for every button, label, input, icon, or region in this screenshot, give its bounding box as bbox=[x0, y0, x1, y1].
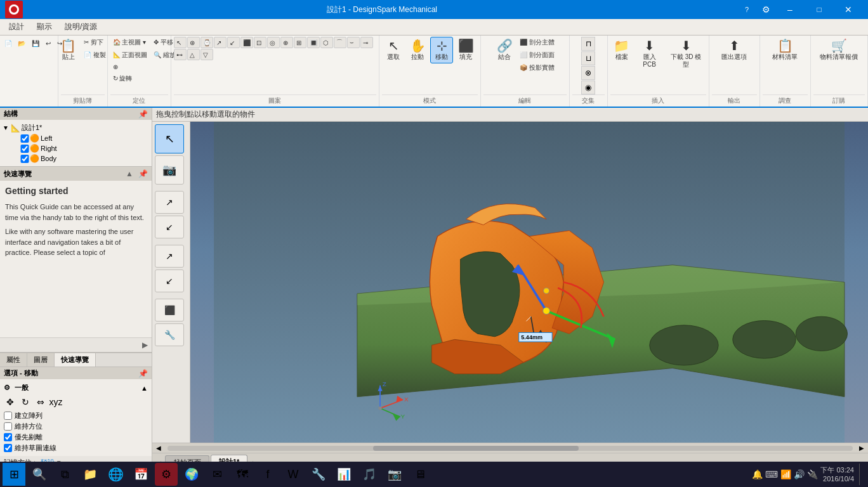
tree-item-left[interactable]: 🟠 Left bbox=[13, 133, 149, 143]
undo-btn[interactable]: ↩ bbox=[43, 39, 53, 48]
pattern-10[interactable]: ⊞ bbox=[294, 37, 306, 48]
section-collapse-icon[interactable]: ⚙ bbox=[4, 384, 10, 391]
combine-btn[interactable]: 🔗 結合 bbox=[493, 37, 516, 63]
tool-arrow-right[interactable]: ↗ bbox=[155, 245, 184, 268]
calendar-btn[interactable]: 📅 bbox=[129, 463, 152, 486]
pin-guide-icon[interactable]: 📌 bbox=[138, 169, 148, 178]
pattern-5[interactable]: ↙ bbox=[227, 37, 240, 48]
tool-wrench[interactable]: 🔧 bbox=[155, 323, 184, 346]
zoom-fit-btn[interactable]: ⊕ bbox=[110, 62, 121, 72]
pattern-17[interactable]: △ bbox=[187, 49, 200, 60]
checkbox-orientation-input[interactable] bbox=[4, 422, 12, 431]
help-icon[interactable]: ? bbox=[737, 0, 756, 19]
pattern-8[interactable]: ◎ bbox=[267, 37, 280, 48]
scroll-right-btn[interactable]: ▶ bbox=[855, 445, 868, 451]
3d-canvas[interactable]: 5.44mm Z X bbox=[190, 122, 868, 443]
extra-btn2[interactable]: 📊 bbox=[332, 463, 355, 486]
opt-icon-4[interactable]: xyz bbox=[49, 396, 62, 408]
taskbar-notification-icon[interactable]: 🔔 bbox=[752, 469, 763, 479]
pattern-16[interactable]: ⊷ bbox=[174, 49, 187, 60]
split-face-btn[interactable]: ⬜ 剖分面面 bbox=[517, 49, 557, 61]
intersect-4[interactable]: ◉ bbox=[581, 81, 595, 94]
show-desktop-btn[interactable] bbox=[859, 464, 863, 485]
rotate-btn[interactable]: ↻ 旋轉 bbox=[110, 73, 135, 84]
move-mode-btn[interactable]: ⊹ 移動 bbox=[430, 37, 453, 63]
import-pcb-btn[interactable]: ⬇ 匯入PCB bbox=[635, 37, 664, 71]
pin-options-icon[interactable]: 📌 bbox=[138, 369, 148, 378]
split-body-btn[interactable]: ⬛ 剖分主體 bbox=[517, 37, 557, 48]
checkbox-orientation[interactable]: 維持方位 bbox=[4, 421, 148, 432]
home-view-btn[interactable]: 🏠 主視圖 ▾ bbox=[110, 37, 149, 48]
camera-tool-btn[interactable]: 📷 bbox=[155, 155, 184, 185]
scrollbar-thumb[interactable] bbox=[373, 446, 579, 451]
checkbox-sketch-input[interactable] bbox=[4, 444, 12, 452]
download-3d-btn[interactable]: ⬇ 下載 3D 模型 bbox=[666, 37, 706, 71]
scroll-up-icon[interactable]: ▲ bbox=[123, 168, 136, 179]
fill-mode-btn[interactable]: ⬛ 填充 bbox=[454, 37, 477, 63]
pattern-13[interactable]: ⌒ bbox=[334, 37, 346, 48]
minimize-button[interactable]: – bbox=[775, 0, 805, 19]
pattern-6[interactable]: ⬛ bbox=[240, 37, 253, 48]
power-icon[interactable]: 🔌 bbox=[807, 469, 818, 479]
save-btn[interactable]: 💾 bbox=[29, 39, 42, 48]
settings-icon[interactable]: ⚙ bbox=[756, 0, 775, 19]
pattern-1[interactable]: ↖ bbox=[174, 37, 187, 48]
tab-properties[interactable]: 屬性 bbox=[0, 353, 27, 367]
pull-mode-btn[interactable]: ✋ 拉動 bbox=[406, 37, 429, 63]
fb-btn[interactable]: f bbox=[256, 463, 279, 486]
open-btn[interactable]: 📂 bbox=[15, 39, 28, 48]
h-scrollbar[interactable]: ◀ ▶ bbox=[152, 443, 868, 453]
copy-btn[interactable]: 📄 複製 bbox=[81, 49, 109, 61]
extra-btn[interactable]: 🔧 bbox=[307, 463, 330, 486]
mail-btn[interactable]: ✉ bbox=[206, 463, 228, 486]
search-taskbar-btn[interactable]: 🔍 bbox=[28, 463, 51, 486]
extra-btn5[interactable]: 🖥 bbox=[409, 463, 431, 486]
tab-quick-guide[interactable]: 快速導覽 bbox=[55, 353, 96, 367]
section-toggle-icon[interactable]: ▲ bbox=[141, 384, 148, 392]
pattern-11[interactable]: 🔳 bbox=[307, 37, 320, 48]
tree-item-body[interactable]: 🟠 Body bbox=[13, 153, 149, 164]
maps-btn[interactable]: 🗺 bbox=[231, 463, 254, 486]
scroll-left-btn[interactable]: ◀ bbox=[152, 445, 165, 451]
word-btn[interactable]: W bbox=[282, 463, 305, 486]
volume-icon[interactable]: 🔊 bbox=[794, 469, 805, 479]
designspark-taskbar-btn[interactable]: ⚙ bbox=[155, 463, 178, 486]
checkbox-array[interactable]: 建立陣列 bbox=[4, 410, 148, 421]
pattern-2[interactable]: ⊛ bbox=[187, 37, 200, 48]
pin-icon[interactable]: 📌 bbox=[138, 110, 148, 119]
project-solid-btn[interactable]: 📦 投影實體 bbox=[517, 62, 557, 74]
opt-icon-3[interactable]: ⇔ bbox=[34, 396, 47, 408]
tool-arrow-left[interactable]: ↙ bbox=[155, 269, 184, 292]
scrollbar-track[interactable] bbox=[168, 446, 853, 451]
pattern-12[interactable]: ⬡ bbox=[320, 37, 333, 48]
menu-design[interactable]: 設計 bbox=[3, 20, 30, 34]
quote-btn[interactable]: 🛒 物料清單報價 bbox=[817, 37, 861, 63]
pattern-3[interactable]: ⌚ bbox=[201, 37, 213, 48]
paste-btn[interactable]: 📋 貼上 bbox=[57, 37, 80, 63]
pattern-18[interactable]: ▽ bbox=[201, 49, 213, 60]
select-tool-btn[interactable]: ↖ bbox=[155, 124, 184, 153]
opt-icon-1[interactable]: ✥ bbox=[4, 396, 16, 408]
pattern-15[interactable]: ⊸ bbox=[360, 37, 373, 48]
tool-solid[interactable]: ⬛ bbox=[155, 299, 184, 321]
tree-check-left[interactable] bbox=[20, 134, 29, 143]
network-icon[interactable]: 📶 bbox=[780, 469, 791, 479]
checkbox-array-input[interactable] bbox=[4, 412, 12, 420]
chrome-btn[interactable]: 🌐 bbox=[104, 463, 127, 486]
maximize-button[interactable]: □ bbox=[805, 0, 834, 19]
file-explorer-btn[interactable]: 📁 bbox=[79, 463, 102, 486]
checkbox-priority-input[interactable] bbox=[4, 433, 12, 441]
tree-item-design1[interactable]: ▼ 📐 設計1* bbox=[3, 122, 149, 133]
intersect-3[interactable]: ⊗ bbox=[581, 66, 595, 80]
pattern-14[interactable]: ⌣ bbox=[347, 37, 360, 48]
scroll-down-icon[interactable]: ▶ bbox=[140, 339, 150, 351]
tree-check-right[interactable] bbox=[20, 145, 29, 153]
keyboard-icon[interactable]: ⌨ bbox=[765, 469, 778, 479]
menu-view[interactable]: 顯示 bbox=[30, 20, 58, 34]
intersect-2[interactable]: ⊔ bbox=[581, 51, 595, 65]
expand-icon[interactable]: ▼ bbox=[3, 124, 10, 131]
opt-icon-2[interactable]: ↻ bbox=[19, 396, 32, 408]
bom-btn[interactable]: 📋 材料清單 bbox=[769, 37, 801, 63]
browser-btn[interactable]: 🌍 bbox=[180, 463, 203, 486]
cut-btn[interactable]: ✂ 剪下 bbox=[81, 37, 109, 48]
